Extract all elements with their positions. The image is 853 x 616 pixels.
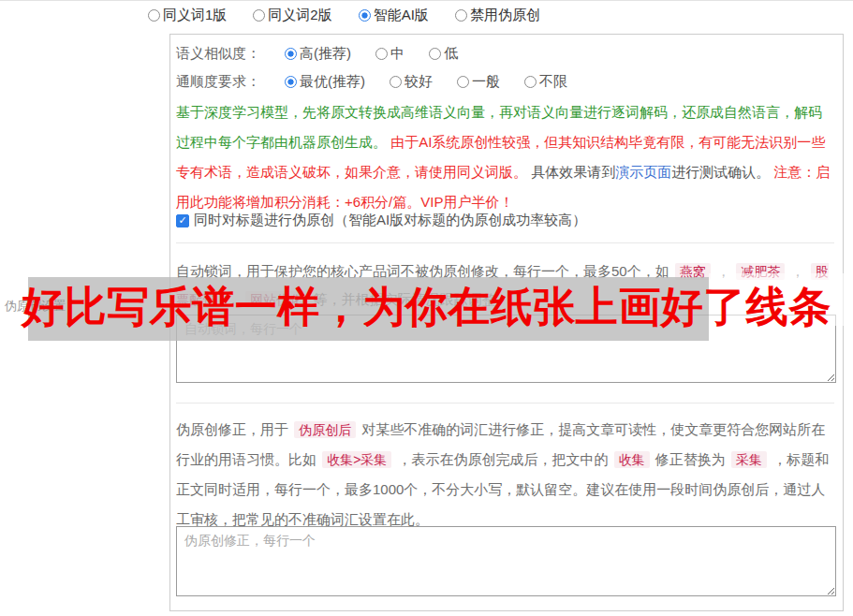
radio-option-label: 一般 bbox=[472, 73, 500, 91]
pseudo-original-settings-page: 同义词1版同义词2版智能AI版禁用伪原创 语义相似度： 高(推荐)中低 通顺度要… bbox=[0, 0, 853, 616]
radio-option[interactable]: 同义词2版 bbox=[253, 7, 331, 24]
radio-option-label: 同义词1版 bbox=[163, 7, 227, 24]
radio-option[interactable]: 禁用伪原创 bbox=[455, 7, 540, 24]
text-segment: 伪原创修正，用于 bbox=[176, 421, 292, 437]
top-divider bbox=[0, 0, 853, 1]
radio-selected-icon[interactable] bbox=[359, 9, 371, 22]
fluency-label: 通顺度要求： bbox=[176, 73, 260, 91]
radio-selected-icon[interactable] bbox=[285, 76, 297, 88]
title-spin-checkbox-row: 同时对标题进行伪原创（智能AI版对标题的伪原创成功率较高） bbox=[176, 212, 834, 229]
radio-option-label: 最优(推荐) bbox=[300, 73, 365, 91]
keyword-tag: 收集 bbox=[614, 451, 650, 468]
radio-option[interactable]: 不限 bbox=[524, 73, 567, 91]
radio-option-label: 智能AI版 bbox=[374, 7, 429, 24]
radio-option-label: 较好 bbox=[404, 73, 433, 91]
semantic-similarity-row: 语义相似度： 高(推荐)中低 bbox=[176, 45, 834, 63]
semantic-similarity-label: 语义相似度： bbox=[176, 45, 260, 63]
radio-icon[interactable] bbox=[390, 76, 402, 88]
correction-textarea[interactable] bbox=[176, 526, 836, 596]
keyword-tag: 收集>采集 bbox=[322, 451, 391, 468]
spin-mode-radio-group: 同义词1版同义词2版智能AI版禁用伪原创 bbox=[148, 7, 540, 24]
section-divider bbox=[176, 242, 834, 243]
text-segment: 进行测试确认。 bbox=[671, 164, 773, 180]
radio-option[interactable]: 最优(推荐) bbox=[285, 73, 365, 91]
correction-description: 伪原创修正，用于 伪原创后 对某些不准确的词汇进行修正，提高文章可读性，使文章更… bbox=[176, 415, 834, 535]
radio-icon[interactable] bbox=[524, 76, 537, 88]
section-divider bbox=[176, 403, 834, 403]
radio-option-label: 低 bbox=[444, 45, 458, 63]
radio-option[interactable]: 智能AI版 bbox=[359, 7, 429, 24]
radio-option-label: 中 bbox=[390, 45, 404, 63]
text-segment: 具体效果请到 bbox=[531, 164, 615, 180]
radio-icon[interactable] bbox=[253, 9, 265, 22]
ai-mode-description: 基于深度学习模型，先将原文转换成高维语义向量，再对语义向量进行逐词解码，还原成自… bbox=[176, 97, 834, 217]
marketing-caption-text: 好比写乐谱一样，为你在纸张上画好了线条 bbox=[0, 278, 853, 336]
radio-icon[interactable] bbox=[375, 48, 388, 60]
semantic-similarity-radio-group: 高(推荐)中低 bbox=[285, 45, 458, 63]
radio-option-label: 禁用伪原创 bbox=[470, 7, 540, 24]
radio-selected-icon[interactable] bbox=[285, 48, 297, 60]
fluency-row: 通顺度要求： 最优(推荐)较好一般不限 bbox=[176, 73, 834, 91]
radio-option[interactable]: 较好 bbox=[390, 73, 433, 91]
title-spin-checkbox-label: 同时对标题进行伪原创（智能AI版对标题的伪原创成功率较高） bbox=[194, 212, 586, 229]
text-segment: 修正替换为 bbox=[652, 451, 729, 467]
keyword-tag: 伪原创后 bbox=[294, 421, 356, 438]
radio-option-label: 高(推荐) bbox=[300, 45, 351, 63]
radio-option[interactable]: 高(推荐) bbox=[285, 45, 351, 63]
fluency-radio-group: 最优(推荐)较好一般不限 bbox=[285, 73, 567, 91]
radio-option[interactable]: 低 bbox=[429, 45, 458, 63]
radio-icon[interactable] bbox=[457, 76, 469, 88]
radio-option[interactable]: 中 bbox=[375, 45, 404, 63]
radio-icon[interactable] bbox=[148, 9, 160, 22]
radio-icon[interactable] bbox=[429, 48, 441, 60]
radio-option-label: 不限 bbox=[539, 73, 567, 91]
radio-icon[interactable] bbox=[455, 9, 467, 22]
radio-option-label: 同义词2版 bbox=[268, 7, 331, 24]
radio-option[interactable]: 同义词1版 bbox=[148, 7, 227, 24]
checkbox-checked-icon[interactable] bbox=[176, 214, 189, 227]
keyword-tag: 采集 bbox=[731, 451, 767, 468]
demo-page-link[interactable]: 演示页面 bbox=[615, 164, 671, 180]
text-segment: ，表示在伪原创完成后，把文中的 bbox=[393, 451, 611, 467]
radio-option[interactable]: 一般 bbox=[457, 73, 500, 91]
